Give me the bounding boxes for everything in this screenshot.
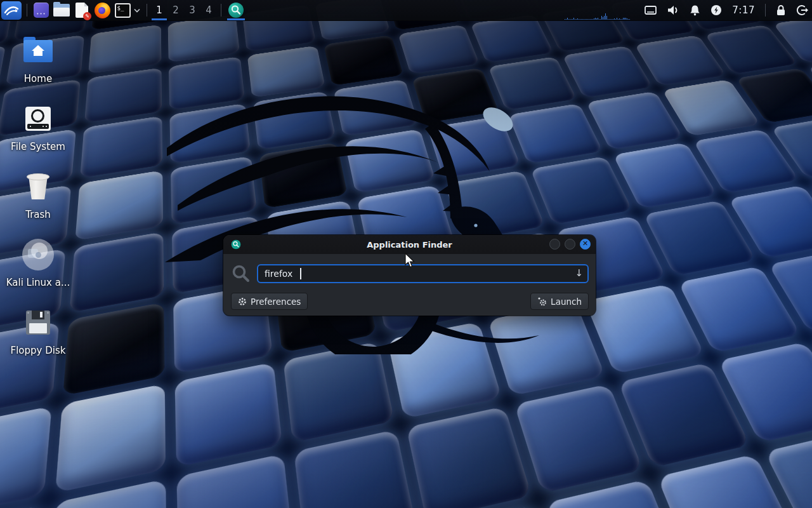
panel-separator (221, 4, 221, 17)
workspace-3[interactable]: 3 (184, 0, 200, 21)
kali-dragon-icon (4, 3, 19, 17)
mouse-cursor (405, 253, 416, 268)
file-manager-icon (53, 4, 70, 17)
launcher-terminal[interactable]: $_ (112, 1, 133, 20)
taskbar-application-finder[interactable] (225, 0, 247, 21)
notifications-bell-icon[interactable] (690, 4, 700, 16)
close-button[interactable]: ✕ (580, 239, 591, 250)
launch-button[interactable]: Launch (530, 293, 589, 310)
preferences-button-label: Preferences (251, 297, 301, 307)
power-manager-icon[interactable] (710, 4, 722, 16)
desktop-icon-file-system[interactable]: File System (5, 102, 71, 170)
application-finder-window: Application Finder ✕ ↓ (223, 235, 596, 316)
maximize-button[interactable] (565, 239, 575, 250)
application-finder-icon (228, 3, 244, 18)
desktop-icon-trash[interactable]: Trash (5, 170, 71, 238)
titlebar[interactable]: Application Finder ✕ (223, 235, 596, 254)
hard-drive-icon (25, 102, 51, 135)
application-finder-icon (231, 239, 241, 252)
panel-separator (765, 4, 766, 17)
keyboard-indicator-icon[interactable] (645, 5, 657, 15)
terminal-dropdown-chevron-icon[interactable] (134, 7, 140, 14)
firefox-icon (95, 3, 110, 18)
search-input[interactable] (257, 264, 589, 283)
launcher-text-editor[interactable]: ✎ (72, 1, 92, 20)
gear-icon (238, 297, 247, 306)
desktop-icon-label: File System (11, 141, 65, 152)
network-monitor-graph (565, 12, 636, 20)
minimize-button[interactable] (549, 239, 560, 250)
system-tray: 7:17 (645, 4, 808, 17)
desktop-icon-label: Kali Linux a... (6, 277, 70, 288)
panel-separator (147, 4, 147, 17)
text-caret (300, 268, 301, 279)
launcher-app-window[interactable]: ••• (31, 1, 51, 20)
floppy-disk-icon (26, 306, 50, 339)
lock-screen-icon[interactable] (776, 4, 786, 16)
desktop-icon-floppy-disk[interactable]: Floppy Disk (5, 306, 71, 374)
workspace-4[interactable]: 4 (200, 0, 217, 21)
volume-icon[interactable] (667, 4, 679, 16)
top-panel: ••• ✎ $_ 1 2 3 4 (0, 0, 812, 21)
panel-clock[interactable]: 7:17 (732, 4, 755, 16)
search-icon (231, 264, 251, 284)
ghost-circle-icon (22, 238, 54, 271)
launcher-firefox[interactable] (92, 1, 112, 20)
terminal-icon: $_ (115, 3, 131, 18)
desktop-icon-column: Home File System Trash Kali Linux a... F… (5, 34, 71, 374)
dropdown-arrow-icon[interactable]: ↓ (575, 267, 583, 279)
text-editor-icon: ✎ (75, 3, 88, 18)
launch-button-label: Launch (551, 297, 582, 307)
desktop-icon-kali-linux[interactable]: Kali Linux a... (5, 238, 71, 306)
trash-can-icon (27, 170, 49, 203)
home-folder-icon (23, 34, 53, 67)
launch-gear-icon (537, 297, 547, 306)
preferences-button[interactable]: Preferences (231, 293, 308, 310)
applications-menu-button[interactable] (1, 1, 22, 20)
window-title: Application Finder (367, 240, 452, 250)
launcher-file-manager[interactable] (51, 1, 72, 20)
desktop-icon-label: Trash (25, 209, 51, 220)
workspace-2[interactable]: 2 (167, 0, 184, 21)
desktop-icon-label: Home (24, 73, 52, 84)
panel-separator (27, 4, 27, 17)
app-window-icon: ••• (34, 3, 49, 18)
log-out-icon[interactable] (796, 4, 808, 16)
desktop-icon-label: Floppy Disk (11, 345, 66, 356)
workspace-1[interactable]: 1 (151, 0, 167, 21)
desktop-icon-home[interactable]: Home (5, 34, 71, 102)
